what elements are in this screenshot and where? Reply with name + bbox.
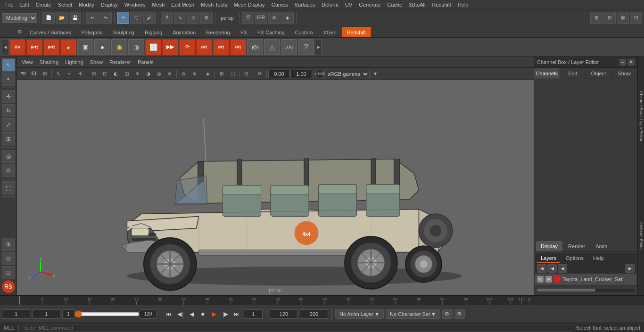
vp-hud-icon[interactable]: ⊟ <box>241 69 251 79</box>
frame-range-slider[interactable] <box>74 311 140 317</box>
shelf-tab-sculpting[interactable]: Sculpting <box>108 27 140 37</box>
options-tab[interactable]: Options <box>562 253 587 263</box>
soft-mod-btn[interactable]: ◎ <box>2 150 15 163</box>
layer-add-btn[interactable]: ◀ <box>537 264 546 273</box>
new-scene-btn[interactable]: 📄 <box>42 12 55 24</box>
layout-btn-4[interactable]: ⊡ <box>630 12 642 24</box>
menu-3dtall[interactable]: 3DtoAll <box>405 0 429 9</box>
layer-row[interactable]: V P Toyota_Land_Cruiser_Saf <box>535 274 636 285</box>
ch-disp-tab-render[interactable]: Render <box>563 241 590 251</box>
vp-camera-icon[interactable]: 📷 <box>18 69 28 79</box>
shelf-tab-custom[interactable]: Custom <box>290 27 318 37</box>
vp-isolate-icon[interactable]: ◈ <box>203 69 213 79</box>
hypershade-btn[interactable]: ◈ <box>281 12 294 24</box>
vp-aa-icon[interactable]: ⊕ <box>165 69 175 79</box>
menu-redshift[interactable]: Redshift <box>429 0 454 9</box>
help-layer-tab[interactable]: Help <box>589 253 608 263</box>
shelf-tab-xgen[interactable]: XGen <box>318 27 341 37</box>
menu-windows[interactable]: Windows <box>121 0 149 9</box>
shelf-icon-rs-cube[interactable]: ▣ <box>77 39 93 55</box>
redo-btn[interactable]: ↪ <box>99 12 112 24</box>
playback-speed-input[interactable] <box>300 309 328 319</box>
stop-btn[interactable]: ■ <box>198 309 208 319</box>
vp-wireframe-icon[interactable]: ⊟ <box>89 69 99 79</box>
shelf-icon-rs-sphere[interactable]: ● <box>94 39 110 55</box>
layer-p-check[interactable]: P <box>545 276 552 283</box>
rp-tab-edit[interactable]: Edit <box>560 68 586 79</box>
shelf-tab-redshift[interactable]: Redshift <box>342 27 371 37</box>
shelf-icon-rs-ipr2[interactable]: IPR <box>43 39 59 55</box>
vp-smooth-icon[interactable]: ⊡ <box>99 69 110 79</box>
lasso-select-btn[interactable]: ⬡ <box>130 12 142 24</box>
menu-select[interactable]: Select <box>55 0 76 9</box>
layout-btn-1[interactable]: ⊞ <box>590 12 603 24</box>
workspace-dropdown[interactable]: Modeling <box>2 13 37 23</box>
menu-uv[interactable]: UV <box>342 0 355 9</box>
scale-btn[interactable]: ⤢ <box>2 118 15 131</box>
vp-menu-renderer[interactable]: Renderer <box>107 57 134 67</box>
layer-options-btn[interactable]: ▶ <box>625 264 635 273</box>
vp-select-icon[interactable]: ↖ <box>53 69 64 79</box>
menu-cache[interactable]: Cache <box>384 0 405 9</box>
vp-menu-shading[interactable]: Shading <box>37 57 61 67</box>
shelf-tab-animation[interactable]: Animation <box>167 27 201 37</box>
snap-curve-btn[interactable]: ∿ <box>174 12 186 24</box>
layout-btn-3[interactable]: ⊠ <box>617 12 629 24</box>
shelf-icon-rs-dome[interactable]: ◑ <box>128 39 144 55</box>
vp-ao-icon[interactable]: ◎ <box>154 69 164 79</box>
marquee-select-btn[interactable]: ⬚ <box>2 181 15 194</box>
menu-display[interactable]: Display <box>98 0 121 9</box>
shelf-icon-rs-cube2[interactable]: ⬜ <box>145 39 161 55</box>
shelf-icon-rs-filter[interactable]: △ <box>264 39 280 55</box>
menu-mesh-display[interactable]: Mesh Display <box>231 0 268 9</box>
open-scene-btn[interactable]: 📂 <box>56 12 68 24</box>
jump-end-btn[interactable]: ⏭ <box>231 309 242 319</box>
menu-generate[interactable]: Generate <box>355 0 384 9</box>
undo-btn[interactable]: ↩ <box>86 12 99 24</box>
ipr-btn[interactable]: IPR <box>255 12 267 24</box>
vp-gamma-select[interactable]: sRGB gamma <box>324 70 370 78</box>
snap-grid-btn[interactable]: # <box>161 12 173 24</box>
shelf-icon-rs-rv[interactable]: RV <box>9 39 25 55</box>
channel-box-side-tab[interactable]: Channel Box / Layer Editor <box>638 57 644 176</box>
menu-deform[interactable]: Deform <box>318 0 342 9</box>
current-frame-input[interactable] <box>32 309 60 319</box>
shelf-icon-rs-pr2[interactable]: PR <box>213 39 229 55</box>
shelf-icon-rs-light[interactable]: ◉ <box>111 39 127 55</box>
shelf-icon-rs-ipr[interactable]: IPR <box>26 39 42 55</box>
play-back-btn[interactable]: ◀ <box>186 309 197 319</box>
shelf-tab-fx-caching[interactable]: FX Caching <box>252 27 289 37</box>
playback-end-input[interactable] <box>270 309 298 319</box>
vp-backface-icon[interactable]: ⊗ <box>189 69 199 79</box>
render-settings-left-btn[interactable]: RS <box>2 280 15 293</box>
shelf-icon-rs-log[interactable]: LOG <box>281 39 297 55</box>
current-frame-left-input[interactable] <box>2 309 30 319</box>
layers-tab[interactable]: Layers <box>537 253 560 263</box>
layout-btn-2[interactable]: ⊟ <box>603 12 616 24</box>
vp-gate-icon[interactable]: ⬚ <box>227 69 238 79</box>
frame-slider-display[interactable] <box>62 309 74 319</box>
snap-view-btn[interactable]: ⊞ <box>200 12 213 24</box>
menu-file[interactable]: File <box>2 0 17 9</box>
shelf-icon-rs-mat[interactable]: ⬥ <box>60 39 76 55</box>
vp-paint-icon[interactable]: ⌖ <box>64 69 74 79</box>
viewport[interactable]: 4x4 <box>17 80 534 295</box>
mel-mode-label[interactable]: MEL <box>4 325 19 331</box>
vp-sync-icon[interactable]: ⟳ <box>255 69 265 79</box>
vp-resolution-icon[interactable]: ⊞ <box>216 69 227 79</box>
frame-counter-input[interactable] <box>244 309 263 319</box>
vp-zoom-input[interactable] <box>290 70 312 78</box>
render-settings-btn[interactable]: ⚙ <box>268 12 281 24</box>
shelf-icon-rs-pr1[interactable]: PR <box>196 39 212 55</box>
rp-tab-object[interactable]: Object <box>586 68 612 79</box>
shelf-tab-curves-surfaces[interactable]: Curves / Surfaces <box>25 27 76 37</box>
render-btn[interactable]: 🎬 <box>242 12 254 24</box>
vp-texture-icon[interactable]: ◫ <box>121 69 132 79</box>
vp-grid-icon[interactable]: ⊞ <box>40 69 50 79</box>
vp-menu-show[interactable]: Show <box>87 57 106 67</box>
snap-btn[interactable]: ⊞ <box>2 238 15 251</box>
save-scene-btn[interactable]: 💾 <box>69 12 81 24</box>
char-set-extra-btn1[interactable]: ⚙ <box>442 309 453 319</box>
shelf-tab-rendering[interactable]: Rendering <box>201 27 235 37</box>
step-fwd-btn[interactable]: |▶ <box>220 309 231 319</box>
